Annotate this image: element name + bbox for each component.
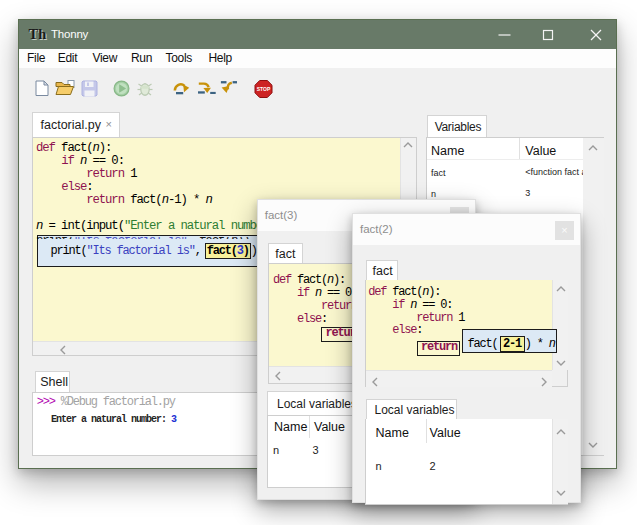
- svg-text:STOP: STOP: [257, 86, 271, 92]
